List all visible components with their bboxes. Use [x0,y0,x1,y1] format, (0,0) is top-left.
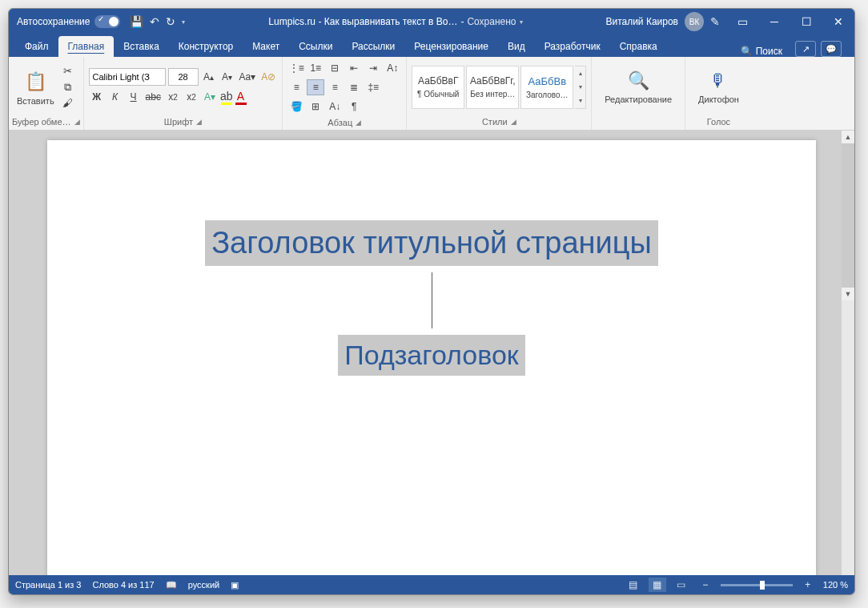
zoom-slider[interactable] [721,584,793,586]
autosave-toggle[interactable] [94,15,120,28]
zoom-level[interactable]: 120 % [823,580,848,590]
cut-icon[interactable]: ✂ [61,65,75,78]
style-normal[interactable]: АаБбВвГ ¶ Обычный [412,66,464,109]
tab-layout[interactable]: Макет [243,36,289,57]
style-heading1[interactable]: АаБбВв Заголово… [520,66,573,109]
clipboard-dialog-launcher[interactable]: ◢ [74,118,80,126]
group-styles: АаБбВвГ ¶ Обычный АаБбВвГг, Без интер… А… [407,57,592,130]
italic-button[interactable]: К [107,88,123,106]
subscript-icon[interactable]: x2 [165,88,181,106]
font-dialog-launcher[interactable]: ◢ [196,118,202,126]
paste-button[interactable]: 📋 Вставить [14,66,58,109]
underline-button[interactable]: Ч [126,88,142,106]
search-icon: 🔍 [741,46,753,57]
undo-icon[interactable]: ↶ [150,15,159,28]
format-painter-icon[interactable]: 🖌 [61,97,75,110]
paragraph-sort-icon[interactable]: A↓ [326,99,344,115]
scroll-thumb[interactable] [842,143,854,288]
align-right-icon[interactable]: ≡ [326,79,344,95]
web-layout-icon[interactable]: ▭ [673,578,690,592]
show-marks-icon[interactable]: ¶ [345,99,363,115]
print-layout-icon[interactable]: ▦ [649,578,666,592]
clear-formatting-icon[interactable]: A⊘ [259,68,277,86]
share-button[interactable]: ↗ [795,41,816,57]
autosave[interactable]: Автосохранение [17,15,120,28]
borders-icon[interactable]: ⊞ [307,99,324,115]
read-mode-icon[interactable]: ▤ [625,578,642,592]
tab-developer[interactable]: Разработчик [535,36,610,57]
title-dropdown-icon[interactable]: ▾ [520,18,523,26]
sort-icon[interactable]: A↕ [384,60,401,76]
close-button[interactable]: ✕ [822,9,854,34]
font-color-icon[interactable]: A [235,90,247,105]
window-title: Lumpics.ru - Как выравнивать текст в Во…… [185,16,605,27]
tab-file[interactable]: Файл [15,36,58,57]
macro-record-icon[interactable]: ▣ [231,580,239,590]
maximize-button[interactable]: ☐ [790,9,822,34]
bullets-icon[interactable]: ⋮≡ [287,60,305,76]
tab-mailings[interactable]: Рассылки [342,36,404,57]
style-nospacing[interactable]: АаБбВвГг, Без интер… [466,66,519,109]
styles-dialog-launcher[interactable]: ◢ [511,118,516,126]
font-name-select[interactable] [89,68,166,86]
increase-indent-icon[interactable]: ⇥ [364,60,382,76]
font-size-select[interactable] [168,68,199,86]
user-section[interactable]: Виталий Каиров ВК ✎ [605,12,720,31]
group-editing: 🔍 Редактирование [592,57,685,130]
redo-icon[interactable]: ↻ [166,15,175,28]
tab-help[interactable]: Справка [610,36,667,57]
shrink-font-icon[interactable]: A▾ [219,68,235,86]
superscript-icon[interactable]: x2 [183,88,199,106]
align-center-icon[interactable]: ≡ [307,79,324,95]
paste-label: Вставить [17,96,54,106]
tab-home[interactable]: Главная [58,36,115,57]
font-group-label: Шрифт [164,117,193,127]
shading-icon[interactable]: 🪣 [287,99,305,115]
numbering-icon[interactable]: 1≡ [307,60,324,76]
justify-icon[interactable]: ≣ [345,79,363,95]
highlight-color-icon[interactable]: ab [220,90,233,105]
zoom-out-icon[interactable]: − [697,578,714,592]
comments-button[interactable]: 💬 [821,41,842,57]
tab-references[interactable]: Ссылки [289,36,342,57]
zoom-in-icon[interactable]: + [799,578,817,592]
line-spacing-icon[interactable]: ‡≡ [364,79,382,95]
document-heading[interactable]: Заголовок титульной страницы [205,220,658,266]
change-case-icon[interactable]: Aa▾ [238,68,258,86]
decrease-indent-icon[interactable]: ⇤ [345,60,363,76]
dictate-button[interactable]: 🎙 Диктофон [690,67,747,107]
page[interactable]: Заголовок титульной страницы Подзаголово… [47,140,816,575]
scroll-down-icon[interactable]: ▼ [842,288,854,300]
paragraph-dialog-launcher[interactable]: ◢ [356,119,361,127]
multilevel-icon[interactable]: ⊟ [326,60,344,76]
editing-button[interactable]: 🔍 Редактирование [597,67,680,107]
language-indicator[interactable]: русский [188,580,219,590]
statusbar: Страница 1 из 3 Слово 4 из 117 📖 русский… [9,575,854,594]
styles-label: Стили [482,117,508,127]
ribbon-display-icon[interactable]: ▭ [726,9,758,34]
paragraph-label: Абзац [328,118,352,127]
vertical-scrollbar[interactable]: ▲ ▼ [842,131,854,575]
page-indicator[interactable]: Страница 1 из 3 [15,580,81,590]
minimize-button[interactable]: ─ [758,9,790,34]
tab-design[interactable]: Конструктор [169,36,243,57]
text-effects-icon[interactable]: A▾ [202,88,218,106]
word-count[interactable]: Слово 4 из 117 [92,580,154,590]
scroll-up-icon[interactable]: ▲ [842,131,854,143]
avatar[interactable]: ВК [685,12,704,31]
styles-expand[interactable]: ▴▾▾ [575,66,586,109]
tab-view[interactable]: Вид [498,36,535,57]
tab-review[interactable]: Рецензирование [404,36,498,57]
copy-icon[interactable]: ⧉ [61,81,75,94]
strike-button[interactable]: abc [144,88,163,106]
tab-insert[interactable]: Вставка [114,36,169,57]
bold-button[interactable]: Ж [89,88,105,106]
align-left-icon[interactable]: ≡ [287,79,305,95]
qat-customize-icon[interactable]: ▾ [182,18,185,26]
spellcheck-icon[interactable]: 📖 [166,580,177,590]
search[interactable]: 🔍 Поиск [734,46,789,57]
draw-icon[interactable]: ✎ [710,15,720,28]
document-subheading[interactable]: Подзаголовок [338,335,524,376]
save-icon[interactable]: 💾 [130,15,143,28]
grow-font-icon[interactable]: A▴ [201,68,217,86]
